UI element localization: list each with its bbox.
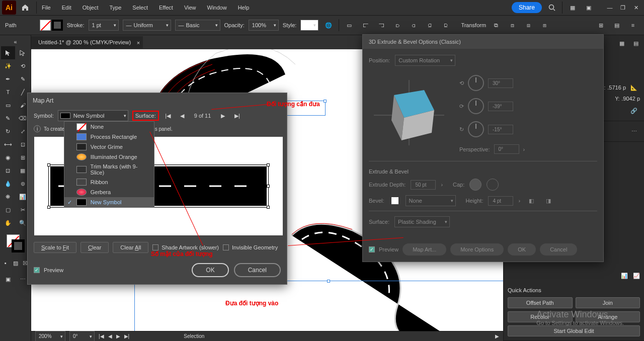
align-hc-icon[interactable]: ⫎ xyxy=(375,19,387,31)
extrude-preview-checkbox[interactable]: Preview xyxy=(369,246,398,252)
transform-icon-1[interactable]: ⧉ xyxy=(490,19,502,31)
symbol-option-rect[interactable]: Process Rectangle xyxy=(64,132,154,142)
rotate-z-dial[interactable] xyxy=(468,121,484,137)
profile-dropdown[interactable]: — Uniform xyxy=(123,20,171,31)
restore-icon[interactable]: ❐ xyxy=(617,2,629,14)
rotation-cube[interactable] xyxy=(369,70,449,150)
fill-swatch[interactable] xyxy=(40,20,51,31)
invisible-checkbox[interactable]: Invisible Geometry xyxy=(223,244,278,250)
menu-help[interactable]: Help xyxy=(233,3,255,13)
extrude-cancel-button[interactable]: Cancel xyxy=(540,243,577,255)
surface-shading-dropdown[interactable]: Plastic Shading xyxy=(394,216,450,227)
magic-wand-tool[interactable]: ✨ xyxy=(1,59,15,72)
map-art-button[interactable]: Map Art... xyxy=(403,243,446,255)
symbol-dropdown[interactable]: New Symbol None Process Rectangle Vector… xyxy=(58,110,128,121)
globe-icon[interactable]: 🌐 xyxy=(323,19,335,31)
symbol-sprayer-tool[interactable]: ❋ xyxy=(1,190,15,203)
align-vc-icon[interactable]: ⫑ xyxy=(424,19,436,31)
shaper-tool[interactable]: ✎ xyxy=(1,112,15,125)
symbol-option-gerbera[interactable]: Gerbera xyxy=(64,187,154,197)
width-tool[interactable]: ⟷ xyxy=(1,138,15,151)
clear-button[interactable]: Clear xyxy=(80,242,109,253)
opacity-input[interactable]: 100% xyxy=(249,20,279,31)
more-options-button[interactable]: More Options xyxy=(450,243,504,255)
align-top-icon[interactable]: ⫏ xyxy=(408,19,420,31)
menu-type[interactable]: Type xyxy=(105,3,127,13)
isolation-icon[interactable]: ▤ xyxy=(611,19,623,31)
cancel-button[interactable]: Cancel xyxy=(234,263,281,277)
menu-icon[interactable]: ≡ xyxy=(627,19,639,31)
rotate-dropdown[interactable]: 0° xyxy=(69,331,95,342)
toolbox-collapse-icon[interactable]: « xyxy=(1,37,30,46)
menu-effect[interactable]: Effect xyxy=(154,3,178,13)
menu-select[interactable]: Select xyxy=(127,3,153,13)
transform-icon-4[interactable]: ⧆ xyxy=(538,19,550,31)
tab-close-icon[interactable]: × xyxy=(137,40,140,46)
offset-path-button[interactable]: Offset Path xyxy=(508,297,573,308)
menu-window[interactable]: Window xyxy=(202,3,232,13)
document-tab[interactable]: Untitled-1* @ 200 % (CMYK/Preview)× xyxy=(31,36,143,48)
link-icon[interactable]: 🔗 xyxy=(628,105,640,117)
mesh-tool[interactable]: ⊡ xyxy=(1,164,15,177)
bevel-out-icon[interactable]: ◨ xyxy=(542,195,554,207)
zoom-dropdown[interactable]: 200% xyxy=(35,331,65,342)
stroke-swatch[interactable] xyxy=(52,20,63,31)
symbol-option-none[interactable]: None xyxy=(64,122,154,132)
cap-on-icon[interactable] xyxy=(469,179,481,191)
first-surface-icon[interactable]: |◀ xyxy=(163,111,173,121)
menu-object[interactable]: Object xyxy=(77,3,104,13)
symbol-option-orange[interactable]: Illuminated Orange xyxy=(64,152,154,162)
measure-icon[interactable]: 📐 xyxy=(628,81,640,94)
menu-file[interactable]: File xyxy=(37,3,56,13)
position-dropdown[interactable]: Custom Rotation xyxy=(395,55,455,66)
cap-off-icon[interactable] xyxy=(487,179,499,191)
rotate-y-input[interactable]: -39° xyxy=(488,102,513,111)
gradient-mode-icon[interactable]: ▨ xyxy=(11,257,20,270)
nav-last-icon[interactable]: ▶| xyxy=(124,333,130,339)
pen-tool[interactable]: ✒ xyxy=(1,72,15,86)
type-tool[interactable]: T xyxy=(1,86,15,99)
preview-checkbox[interactable]: Preview xyxy=(34,267,63,273)
bevel-in-icon[interactable]: ◧ xyxy=(525,195,537,207)
height-input[interactable]: 4 pt xyxy=(488,196,513,206)
screen-mode-icon[interactable]: ▣ xyxy=(1,273,15,286)
symbol-option-ribbon[interactable]: Ribbon xyxy=(64,177,154,187)
arrange-docs-icon[interactable]: ▦ xyxy=(567,2,579,14)
menu-view[interactable]: View xyxy=(179,3,201,13)
align-bottom-icon[interactable]: ⫒ xyxy=(440,19,452,31)
perspective-input[interactable]: 0° xyxy=(494,144,519,154)
rectangle-tool[interactable]: ▭ xyxy=(1,99,15,112)
rotate-z-input[interactable]: -15° xyxy=(488,125,513,134)
fill-stroke-picker[interactable] xyxy=(5,232,27,254)
minimize-icon[interactable]: — xyxy=(604,2,616,14)
symbol-option-trim[interactable]: Trim Marks (with 9-Slice) xyxy=(64,162,154,177)
nav-prev-icon[interactable]: ◀ xyxy=(108,333,112,339)
shade-checkbox[interactable]: Shade Artwork (slower) xyxy=(152,244,219,250)
artboard-tool[interactable]: ▢ xyxy=(1,203,15,216)
style-dropdown[interactable] xyxy=(300,20,318,31)
rotate-x-dial[interactable] xyxy=(468,75,484,91)
next-surface-icon[interactable]: ▶ xyxy=(218,111,228,121)
direct-selection-tool[interactable] xyxy=(16,46,30,59)
grid-icon[interactable]: ⊞ xyxy=(595,19,607,31)
panel-icon-2[interactable]: ▤ xyxy=(630,37,642,49)
rotate-x-input[interactable]: 30° xyxy=(488,78,513,88)
stroke-weight-input[interactable]: 1 pt xyxy=(89,20,119,31)
join-button[interactable]: Join xyxy=(576,297,640,308)
align-right-icon[interactable]: ⫐ xyxy=(391,19,404,31)
lasso-tool[interactable]: ⟲ xyxy=(16,59,30,72)
rotate-y-dial[interactable] xyxy=(468,98,484,114)
eyedropper-tool[interactable]: 💧 xyxy=(1,177,15,190)
nav-next-icon[interactable]: ▶ xyxy=(116,333,120,339)
scale-to-fit-button[interactable]: SScale to Fitcale to Fit xyxy=(34,242,76,253)
shape-builder-tool[interactable]: ◉ xyxy=(1,151,15,164)
chart-icon-1[interactable]: 📊 xyxy=(621,273,628,279)
clear-all-button[interactable]: Clear All xyxy=(113,242,148,253)
chart-icon-2[interactable]: 📈 xyxy=(633,273,640,279)
global-edit-button[interactable]: Start Global Edit xyxy=(508,325,640,336)
symbol-option-new[interactable]: ✓New Symbol xyxy=(64,197,154,207)
color-mode-icon[interactable]: ▪ xyxy=(1,257,10,270)
nav-first-icon[interactable]: |◀ xyxy=(99,333,104,339)
depth-input[interactable]: 50 pt xyxy=(411,180,436,190)
extrude-ok-button[interactable]: OK xyxy=(508,243,536,255)
